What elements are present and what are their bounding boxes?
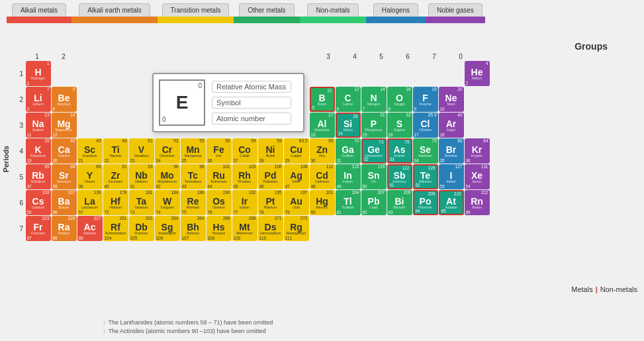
element-Au[interactable]: 197 Au Gold 79 [284,190,309,215]
element-Po[interactable]: 209 Po Polonium 84 [413,190,438,215]
element-Sr[interactable]: 88 Sr Strontium 38 [52,164,77,189]
element-O[interactable]: 16 O Oxygen 8 [387,87,412,112]
element-Mg[interactable]: 24 Mg Magnesium 12 [52,113,77,138]
element-F[interactable]: 19 F Fluorine 9 [413,87,438,112]
row-label-6: 6 [13,199,23,207]
element-Cs[interactable]: 133 Cs Caesium 55 [26,190,51,215]
element-K[interactable]: 39 K Potassium 19 [26,138,51,164]
element-Mo[interactable]: 96 Mo Molybdenum 42 [155,164,180,189]
element-Ru[interactable]: 101 Ru Ruthenium 44 [207,164,232,189]
element-Ar[interactable]: 40 Ar Argon 18 [439,113,464,138]
element-Fr[interactable]: 223 Fr Francium 87 [26,216,51,241]
Tl-name: Thallium [342,206,354,209]
element-Be[interactable]: 9 Be Beryllium 4 [52,87,77,112]
element-Cr[interactable]: 52 Cr Chromium 24 [155,138,180,164]
element-Sc[interactable]: 45 Sc Scandium 21 [77,138,103,164]
Rg-num: 111 [285,236,293,241]
element-Rb[interactable]: 85 Rb Rubidium 37 [26,164,51,189]
N-mass: 14 [380,87,385,92]
element-Zn[interactable]: 65 Zn Zinc 30 [310,138,335,164]
element-Db[interactable]: 262 Db Dubnium 105 [129,216,154,241]
Nb-symbol: Nb [135,171,148,180]
tooltip-atomic-label: Atomic number [212,113,291,124]
element-Ir[interactable]: 192 Ir Iridium 77 [232,190,257,215]
element-Ni[interactable]: 59 Ni Nickel 28 [258,138,283,164]
element-Cl[interactable]: 35.5 Cl Chlorine 17 [413,113,438,138]
element-Pb[interactable]: 207 Pb Lead 82 [361,190,387,215]
element-Te[interactable]: 128 Te Tellurium 52 [413,164,438,189]
element-Li[interactable]: 7 Li Lithium 3 [26,87,51,112]
Te-mass: 128 [428,166,436,171]
O-mass: 16 [406,87,410,92]
element-Pd[interactable]: 106 Pd Palladium 46 [258,164,283,189]
element-C[interactable]: 12 C Carbon 6 [336,87,361,112]
element-Ge[interactable]: 73 Ge Germanium 32 [361,138,387,164]
H-name: Hydrogen [31,77,46,80]
element-Ds[interactable]: 271 Ds Darmstadtium 110 [258,216,283,241]
element-N[interactable]: 14 N Nitrogen 7 [361,87,387,112]
element-B[interactable]: 11 B Boron 5 [310,87,335,112]
element-Bi[interactable]: 209 Bi Bismuth 83 [387,190,412,215]
element-I[interactable]: 127 I Iodine 53 [439,164,464,189]
element-Kr[interactable]: 84 Kr Krypton 36 [465,138,490,164]
element-Na[interactable]: 23 Na Sodium 11 [26,113,51,138]
element-Sg[interactable]: 264 Sg Seaborgium 106 [155,216,180,241]
element-Rn[interactable]: 222 Rn Radon 86 [465,190,490,215]
element-S[interactable]: 32 S Sulphur 16 [387,113,412,138]
element-Ac[interactable]: 227 Ac Actinium 89 [77,216,103,241]
element-In[interactable]: 115 In Indium 49 [336,164,361,189]
Ar-mass: 40 [457,113,462,118]
element-W[interactable]: 184 W Tungsten 74 [155,190,180,215]
element-Bh[interactable]: 264 Bh Bohrium 107 [181,216,206,241]
element-Hs[interactable]: 268 Hs Hassium 108 [207,216,232,241]
element-Tc[interactable]: 98 Tc Technetium 43 [181,164,206,189]
element-V[interactable]: 51 V Vanadium 23 [129,138,154,164]
element-Xe[interactable]: 131 Xe Xenon 54 [465,164,490,189]
element-Rf[interactable]: 261 Rf Rutherfordium 104 [103,216,128,241]
element-He[interactable]: 4 He Helium 2 [465,61,490,86]
element-Ti[interactable]: 48 Ti Titanium 22 [103,138,128,164]
element-Tl[interactable]: 204 Tl Thallium 81 [336,190,361,215]
element-Hf[interactable]: 178 Hf Hafnium 72 [103,190,128,215]
element-Zr[interactable]: 91 Zr Zirconium 40 [103,164,128,189]
empty-1-17 [439,61,464,86]
element-Si[interactable]: 28 Si Silicon 14 [336,113,361,138]
tooltip-mass-label: Relative Atomic Mass [212,81,291,93]
element-Mn[interactable]: 55 Mn Manganese 25 [181,138,206,164]
element-Os[interactable]: 190 Os Osmium 76 [207,190,232,215]
element-Rh[interactable]: 103 Rh Rhodium 45 [232,164,257,189]
element-Sn[interactable]: 119 Sn Tin 50 [361,164,387,189]
element-Ag[interactable]: 108 Ag Silver 47 [284,164,309,189]
element-La[interactable]: 139 La Lanthanum 57 [77,190,103,215]
element-As[interactable]: 75 As Arsenic 33 [387,138,412,164]
V-num: 23 [130,159,135,164]
element-Cu[interactable]: 63.5 Cu Copper 29 [284,138,309,164]
element-Ra[interactable]: 226 Ra Radium 88 [52,216,77,241]
Ca-num: 20 [53,159,58,164]
element-Cd[interactable]: 112 Cd Cadmium 48 [310,164,335,189]
element-Pt[interactable]: 195 Pt Platinum 78 [258,190,283,215]
element-H[interactable]: 1 H Hydrogen 1 [26,61,51,86]
element-Mt[interactable]: 268 Mt Meitnerium 109 [232,216,257,241]
element-Y[interactable]: 89 Y Yttrium 39 [77,164,103,189]
element-Ga[interactable]: 70 Ga Gallium 31 [336,138,361,164]
element-Fe[interactable]: 56 Fe Iron 26 [207,138,232,164]
element-Ta[interactable]: 181 Ta Tantalum 73 [129,190,154,215]
element-Co[interactable]: 59 Co Cobalt 27 [232,138,257,164]
element-Ba[interactable]: 137 Ba Barium 56 [52,190,77,215]
element-At[interactable]: 210 At Astatine 85 [439,190,464,215]
legend-alkali-label: Alkali metals [12,3,66,17]
element-Se[interactable]: 79 Se Selenium 34 [413,138,438,164]
Ta-num: 73 [130,211,135,215]
element-Al[interactable]: 27 Al Aluminium 13 [310,113,335,138]
element-Sb[interactable]: 122 Sb Antimony 51 [387,164,412,189]
element-Ca[interactable]: 40 Ca Calcium 20 [52,138,77,164]
element-Re[interactable]: 186 Re Rhenium 75 [181,190,206,215]
Bi-symbol: Bi [395,197,404,206]
element-Hg[interactable]: 201 Hg Mercury 80 [310,190,335,215]
element-Br[interactable]: 80 Br Bromine 35 [439,138,464,164]
element-P[interactable]: 31 P Phosphorus 15 [361,113,387,138]
element-Nb[interactable]: 93 Nb Niobium 41 [129,164,154,189]
element-Rg[interactable]: 272 Rg Roentgenium 111 [284,216,309,241]
element-Ne[interactable]: 20 Ne Neon 10 [439,87,464,112]
